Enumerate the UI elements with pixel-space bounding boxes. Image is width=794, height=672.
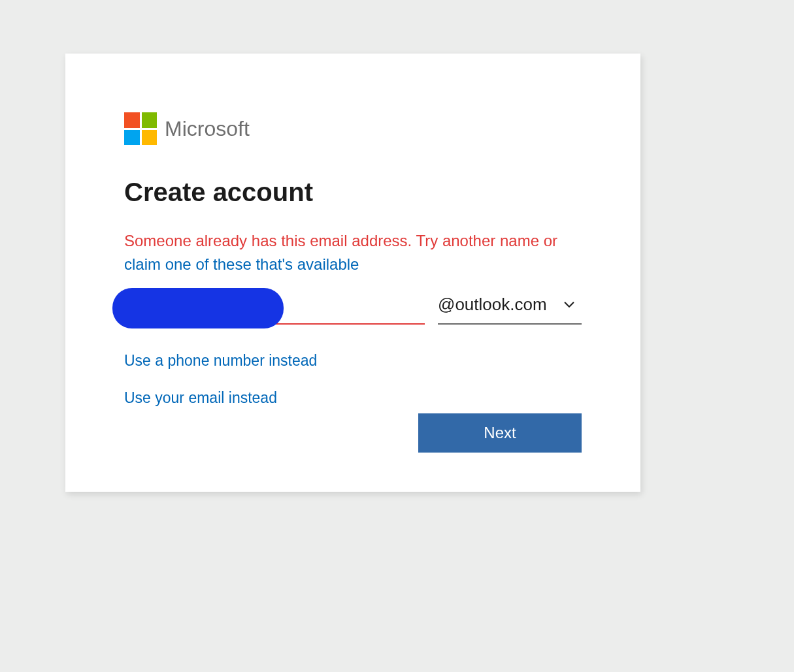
page-title: Create account <box>124 178 582 207</box>
brand-row: Microsoft <box>124 112 582 145</box>
domain-selected-text: @outlook.com <box>438 295 547 315</box>
signup-card: Microsoft Create account Someone already… <box>65 54 640 492</box>
microsoft-logo-icon <box>124 112 157 145</box>
use-phone-link[interactable]: Use a phone number instead <box>124 352 317 370</box>
claim-available-link[interactable]: claim one of these that's available <box>124 255 359 273</box>
username-field-wrap <box>124 288 425 325</box>
alternative-links: Use a phone number instead Use your emai… <box>124 352 582 407</box>
email-input-row: @outlook.com <box>124 288 582 325</box>
redaction-overlay <box>112 288 284 328</box>
error-text: Someone already has this email address. … <box>124 232 557 249</box>
use-email-link[interactable]: Use your email instead <box>124 389 277 407</box>
brand-name: Microsoft <box>165 117 250 141</box>
domain-select[interactable]: @outlook.com <box>438 288 582 325</box>
chevron-down-icon <box>559 295 579 314</box>
next-button[interactable]: Next <box>418 413 582 453</box>
error-message: Someone already has this email address. … <box>124 229 582 276</box>
actions-row: Next <box>124 413 582 453</box>
